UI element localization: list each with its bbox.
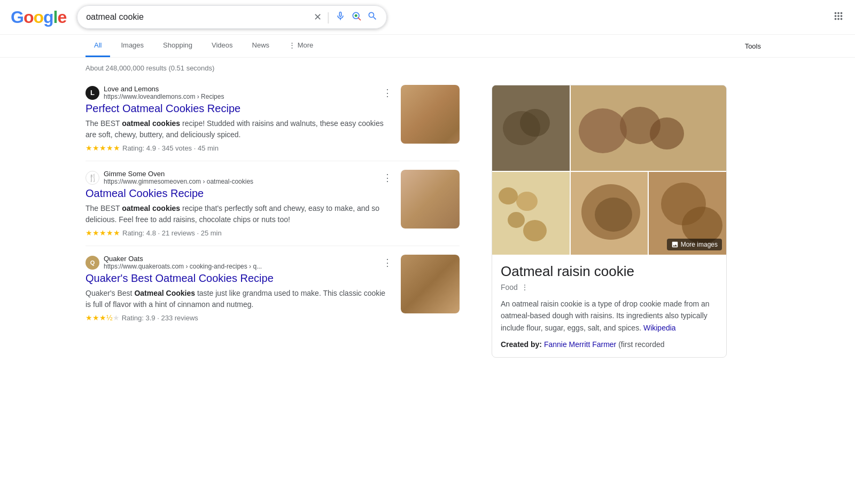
- created-by-label: Created by:: [501, 340, 542, 349]
- voice-search-icon[interactable]: [335, 11, 346, 24]
- knowledge-description: An oatmeal raisin cookie is a type of dr…: [501, 298, 718, 334]
- result-rating-3: ★★★½★ Rating: 3.9 · 233 reviews: [86, 313, 392, 322]
- site-name-2: Gimme Some Oven: [104, 170, 253, 178]
- svg-point-12: [516, 192, 538, 211]
- logo-o1: o: [24, 7, 34, 27]
- category-label: Food: [501, 283, 518, 292]
- svg-line-2: [359, 18, 361, 20]
- creator-link[interactable]: Fannie Merritt Farmer: [544, 340, 616, 349]
- favicon-3: Q: [86, 256, 99, 270]
- more-images-badge[interactable]: More images: [667, 239, 722, 250]
- favicon-1: L: [86, 86, 99, 100]
- result-content-3: Q Quaker Oats https://www.quakeroats.com…: [86, 255, 392, 322]
- result-title-3[interactable]: Quaker's Best Oatmeal Cookies Recipe: [86, 272, 392, 285]
- result-menu-icon-3[interactable]: ⋮: [383, 257, 392, 269]
- nav-tabs: All Images Shopping Videos News ⋮ More T…: [0, 35, 855, 58]
- svg-point-14: [523, 220, 547, 241]
- stars-3: ★★★½★: [86, 313, 120, 322]
- ki-img-4: [571, 172, 648, 255]
- svg-point-9: [650, 117, 684, 149]
- tab-images[interactable]: Images: [112, 35, 152, 57]
- divider-bar: |: [327, 10, 330, 24]
- search-submit-icon[interactable]: [367, 11, 378, 24]
- result-content-1: L Love and Lemons https://www.loveandlem…: [86, 85, 392, 152]
- knowledge-image-large[interactable]: [492, 85, 570, 171]
- tab-all[interactable]: All: [86, 35, 110, 57]
- site-url-3: https://www.quakeroats.com › cooking-and…: [104, 263, 262, 270]
- result-item: 🍴 Gimme Some Oven https://www.gimmesomeo…: [86, 161, 460, 246]
- result-thumb-img-3: [401, 255, 460, 313]
- result-title-2[interactable]: Oatmeal Cookies Recipe: [86, 187, 392, 200]
- stars-1: ★★★★★: [86, 144, 120, 152]
- desc-bold-3: Oatmeal Cookies: [134, 289, 195, 297]
- tab-news[interactable]: News: [244, 35, 278, 57]
- knowledge-body: Oatmeal raisin cookie Food ⋮ An oatmeal …: [492, 255, 726, 357]
- knowledge-desc-text: An oatmeal raisin cookie is a type of dr…: [501, 300, 710, 332]
- svg-point-1: [355, 14, 357, 17]
- svg-point-11: [499, 187, 518, 204]
- knowledge-attribution: Created by: Fannie Merritt Farmer (first…: [501, 340, 718, 349]
- tab-more[interactable]: ⋮ More: [280, 35, 322, 57]
- tab-videos[interactable]: Videos: [203, 35, 242, 57]
- svg-point-13: [508, 212, 525, 228]
- apps-icon[interactable]: [833, 12, 844, 24]
- more-images-label: More images: [681, 241, 718, 248]
- result-title-1[interactable]: Perfect Oatmeal Cookies Recipe: [86, 103, 392, 115]
- knowledge-image-top-right[interactable]: [571, 85, 726, 171]
- clear-icon[interactable]: ✕: [314, 11, 322, 23]
- google-lens-icon[interactable]: [351, 11, 362, 24]
- knowledge-image-bottom-mid[interactable]: [571, 172, 648, 255]
- main-content: L Love and Lemons https://www.loveandlem…: [0, 76, 855, 358]
- knowledge-images: More images: [492, 85, 726, 255]
- desc-before-2: The BEST: [86, 204, 122, 212]
- result-source-2: 🍴 Gimme Some Oven https://www.gimmesomeo…: [86, 170, 392, 185]
- google-logo[interactable]: Google: [11, 7, 66, 27]
- logo-g: G: [11, 7, 24, 27]
- knowledge-card: More images Oatmeal raisin cookie Food ⋮…: [492, 85, 727, 358]
- stars-2: ★★★★★: [86, 229, 120, 237]
- logo-o2: o: [33, 7, 43, 27]
- desc-before-1: The BEST: [86, 119, 122, 128]
- wikipedia-link[interactable]: Wikipedia: [643, 324, 676, 332]
- favicon-2: 🍴: [86, 171, 99, 185]
- result-content-2: 🍴 Gimme Some Oven https://www.gimmesomeo…: [86, 170, 392, 237]
- desc-bold-2: oatmeal cookies: [122, 204, 180, 212]
- created-by-suffix: (first recorded: [618, 340, 664, 349]
- header-right: [833, 10, 844, 25]
- result-thumb-img-1: [401, 85, 460, 144]
- result-rating-1: ★★★★★ Rating: 4.9 · 345 votes · 45 min: [86, 144, 392, 152]
- result-thumb-1[interactable]: [401, 85, 460, 144]
- result-menu-icon-1[interactable]: ⋮: [383, 87, 392, 99]
- knowledge-category: Food ⋮: [501, 283, 718, 292]
- result-thumb-3[interactable]: [401, 255, 460, 313]
- logo-g2: g: [43, 7, 53, 27]
- results-info: About 248,000,000 results (0.51 seconds): [0, 58, 855, 76]
- ki-img-1: [492, 85, 570, 171]
- result-item: L Love and Lemons https://www.loveandlem…: [86, 76, 460, 161]
- category-menu-icon[interactable]: ⋮: [521, 283, 528, 292]
- result-thumb-img-2: [401, 170, 460, 229]
- search-results: L Love and Lemons https://www.loveandlem…: [86, 76, 460, 358]
- result-source-3: Q Quaker Oats https://www.quakeroats.com…: [86, 255, 392, 270]
- result-source-1: L Love and Lemons https://www.loveandlem…: [86, 85, 392, 100]
- rating-label-3: Rating: 3.9 · 233 reviews: [122, 314, 198, 322]
- result-desc-1: The BEST oatmeal cookies recipe! Studded…: [86, 118, 392, 140]
- result-desc-3: Quaker's Best Oatmeal Cookies taste just…: [86, 288, 392, 310]
- site-url-1: https://www.loveandlemons.com › Recipes: [104, 93, 224, 100]
- result-desc-2: The BEST oatmeal cookies recipe that's p…: [86, 203, 392, 225]
- tab-shopping[interactable]: Shopping: [154, 35, 201, 57]
- svg-point-5: [520, 109, 550, 137]
- search-bar: ✕ |: [77, 5, 387, 29]
- knowledge-image-bottom-left[interactable]: [492, 172, 570, 255]
- svg-point-17: [595, 198, 632, 232]
- site-info-3: Quaker Oats https://www.quakeroats.com ›…: [104, 255, 262, 270]
- tools-button[interactable]: Tools: [736, 36, 770, 57]
- result-menu-icon-2[interactable]: ⋮: [383, 172, 392, 184]
- search-input[interactable]: [86, 12, 308, 22]
- result-thumb-2[interactable]: [401, 170, 460, 229]
- ki-img-2: [571, 85, 726, 171]
- site-info-1: Love and Lemons https://www.loveandlemon…: [104, 85, 224, 100]
- knowledge-image-bottom-right[interactable]: More images: [649, 172, 726, 255]
- desc-before-3: Quaker's Best: [86, 289, 134, 297]
- desc-bold-1: oatmeal cookies: [122, 119, 180, 128]
